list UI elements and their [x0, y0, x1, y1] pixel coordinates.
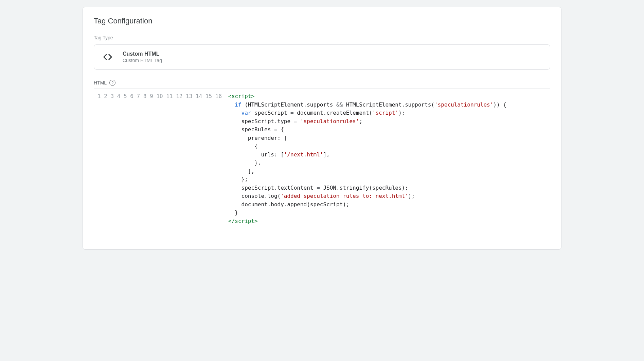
code-icon [101, 50, 114, 64]
section-title: Tag Configuration [94, 17, 550, 25]
tag-type-label: Tag Type [94, 35, 550, 40]
help-icon[interactable]: ? [109, 80, 115, 86]
html-field-label: HTML [94, 80, 107, 86]
tag-type-desc: Custom HTML Tag [123, 58, 162, 63]
html-code-editor[interactable]: 1 2 3 4 5 6 7 8 9 10 11 12 13 14 15 16 <… [94, 89, 550, 241]
tag-type-text: Custom HTML Custom HTML Tag [123, 51, 162, 63]
line-number-gutter: 1 2 3 4 5 6 7 8 9 10 11 12 13 14 15 16 [94, 89, 224, 241]
tag-type-name: Custom HTML [123, 51, 162, 57]
tag-type-selector[interactable]: Custom HTML Custom HTML Tag [94, 44, 550, 70]
code-content[interactable]: <script> if (HTMLScriptElement.supports … [224, 89, 550, 241]
tag-config-card: Tag Configuration Tag Type Custom HTML C… [83, 7, 561, 250]
